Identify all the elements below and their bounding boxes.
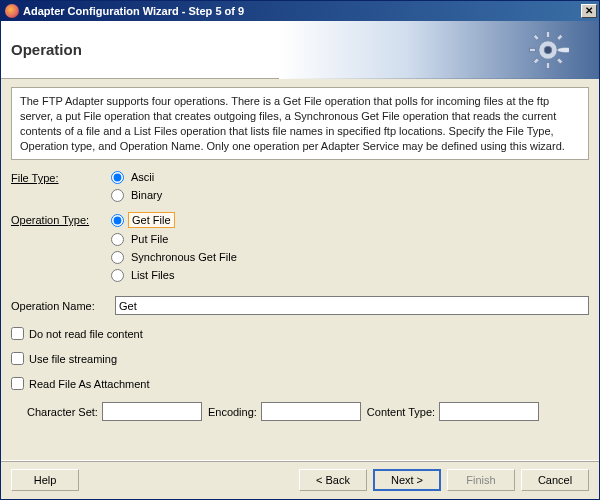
cancel-button[interactable]: Cancel (521, 469, 589, 491)
radio-binary-label: Binary (128, 188, 165, 202)
operation-name-row: Operation Name: (11, 296, 589, 315)
radio-list-files-input[interactable] (111, 269, 124, 282)
close-icon[interactable]: ✕ (581, 4, 597, 18)
radio-sync-get-file-input[interactable] (111, 251, 124, 264)
svg-rect-2 (546, 32, 549, 38)
next-button[interactable]: Next > (373, 469, 441, 491)
check-do-not-read[interactable]: Do not read file content (11, 327, 589, 340)
back-button[interactable]: < Back (299, 469, 367, 491)
radio-put-file-input[interactable] (111, 233, 124, 246)
attachment-subfields: Character Set: Encoding: Content Type: (27, 402, 589, 421)
radio-binary[interactable]: Binary (111, 188, 165, 202)
character-set-input[interactable] (102, 402, 202, 421)
header-graphic (279, 21, 599, 79)
encoding-field: Encoding: (208, 402, 361, 421)
svg-rect-8 (557, 34, 563, 40)
radio-sync-get-file[interactable]: Synchronous Get File (111, 250, 240, 264)
content-type-label: Content Type: (367, 406, 435, 418)
operation-name-label: Operation Name: (11, 300, 111, 312)
check-read-as-attachment[interactable]: Read File As Attachment (11, 377, 589, 390)
radio-ascii-label: Ascii (128, 170, 157, 184)
titlebar: Adapter Configuration Wizard - Step 5 of… (1, 1, 599, 21)
check-use-streaming-label: Use file streaming (29, 353, 117, 365)
app-icon (5, 4, 19, 18)
radio-get-file-label: Get File (128, 212, 175, 228)
operation-type-radios: Get File Put File Synchronous Get File L… (111, 212, 240, 282)
file-type-row: File Type: Ascii Binary (11, 170, 589, 202)
gear-icon (527, 29, 569, 71)
character-set-field: Character Set: (27, 402, 202, 421)
svg-point-10 (557, 47, 569, 52)
radio-get-file-input[interactable] (111, 214, 124, 227)
check-read-as-attachment-label: Read File As Attachment (29, 378, 149, 390)
content-type-field: Content Type: (367, 402, 539, 421)
svg-rect-7 (557, 58, 563, 64)
radio-put-file[interactable]: Put File (111, 232, 240, 246)
svg-point-1 (544, 46, 552, 54)
radio-ascii[interactable]: Ascii (111, 170, 165, 184)
check-do-not-read-input[interactable] (11, 327, 24, 340)
file-type-label: File Type: (11, 170, 111, 184)
page-title: Operation (11, 41, 82, 58)
radio-ascii-input[interactable] (111, 171, 124, 184)
radio-get-file[interactable]: Get File (111, 212, 240, 228)
wizard-window: Adapter Configuration Wizard - Step 5 of… (0, 0, 600, 500)
svg-rect-4 (530, 48, 536, 51)
operation-type-label: Operation Type: (11, 212, 111, 226)
wizard-header: Operation (1, 21, 599, 79)
file-type-radios: Ascii Binary (111, 170, 165, 202)
check-do-not-read-label: Do not read file content (29, 328, 143, 340)
radio-binary-input[interactable] (111, 189, 124, 202)
check-read-as-attachment-input[interactable] (11, 377, 24, 390)
check-use-streaming-input[interactable] (11, 352, 24, 365)
radio-list-files-label: List Files (128, 268, 177, 282)
encoding-input[interactable] (261, 402, 361, 421)
svg-rect-9 (533, 58, 539, 64)
content-area: The FTP Adapter supports four operations… (1, 79, 599, 460)
wizard-footer: Help < Back Next > Finish Cancel (1, 460, 599, 499)
description-text: The FTP Adapter supports four operations… (11, 87, 589, 160)
svg-rect-6 (533, 34, 539, 40)
operation-name-input[interactable] (115, 296, 589, 315)
character-set-label: Character Set: (27, 406, 98, 418)
radio-list-files[interactable]: List Files (111, 268, 240, 282)
svg-rect-3 (546, 63, 549, 69)
encoding-label: Encoding: (208, 406, 257, 418)
radio-put-file-label: Put File (128, 232, 171, 246)
operation-type-row: Operation Type: Get File Put File Synchr… (11, 212, 589, 282)
content-type-input[interactable] (439, 402, 539, 421)
check-use-streaming[interactable]: Use file streaming (11, 352, 589, 365)
help-button[interactable]: Help (11, 469, 79, 491)
finish-button: Finish (447, 469, 515, 491)
radio-sync-get-file-label: Synchronous Get File (128, 250, 240, 264)
window-title: Adapter Configuration Wizard - Step 5 of… (23, 5, 581, 17)
